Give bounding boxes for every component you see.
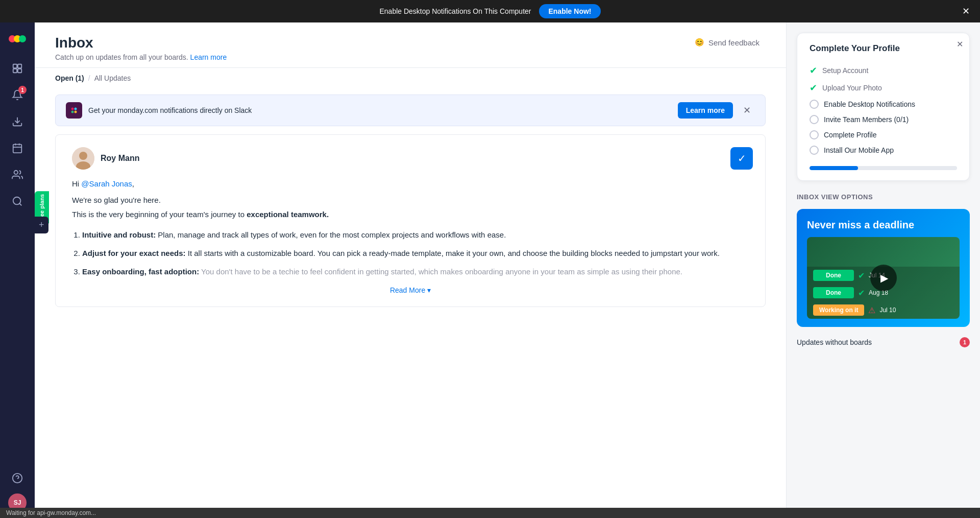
- learn-more-link[interactable]: Learn more: [190, 53, 227, 61]
- topbar-close-button[interactable]: ✕: [962, 6, 970, 17]
- profile-item-photo: ✔ Upload Your Photo: [810, 79, 957, 97]
- sidebar: 1: [0, 22, 35, 518]
- profile-item-mobile[interactable]: Install Our Mobile App: [810, 143, 957, 158]
- top-notification-bar: Enable Desktop Notifications On This Com…: [0, 0, 980, 22]
- slack-banner: Get your monday.com notifications direct…: [55, 95, 766, 126]
- svg-rect-3: [13, 64, 17, 68]
- svg-rect-5: [13, 69, 17, 73]
- all-updates-filter[interactable]: All Updates: [94, 74, 131, 82]
- list-item: Easy onboarding, fast adoption: You don'…: [82, 266, 749, 278]
- svg-line-14: [19, 203, 21, 205]
- updates-without-boards-text: Updates without boards: [797, 338, 872, 346]
- play-button[interactable]: ▶: [870, 265, 897, 291]
- sidebar-bottom: SJ: [6, 467, 29, 512]
- page-title: Inbox: [55, 35, 227, 51]
- status-done-tag: Done: [813, 287, 854, 298]
- message-line1: We're so glad you're here.: [72, 194, 749, 206]
- error-icon: ⚠: [868, 305, 875, 315]
- svg-rect-17: [66, 102, 82, 119]
- slack-close-button[interactable]: ✕: [739, 105, 755, 116]
- message-list: Intuitive and robust: Plan, manage and t…: [72, 229, 749, 278]
- bell-icon[interactable]: 1: [6, 84, 29, 106]
- open-filter[interactable]: Open (1): [55, 74, 84, 82]
- svg-rect-6: [18, 69, 21, 73]
- profile-item-label: Setup Account: [822, 66, 868, 75]
- svg-point-12: [14, 171, 18, 174]
- content-body: Get your monday.com notifications direct…: [35, 88, 786, 518]
- list-item: Adjust for your exact needs: It all star…: [82, 247, 749, 260]
- status-text: Waiting for api-gw.monday.com...: [6, 509, 96, 516]
- mention[interactable]: @Sarah Jonas: [81, 179, 132, 188]
- svg-point-21: [75, 111, 77, 113]
- message-greeting: Hi @Sarah Jonas,: [72, 178, 749, 190]
- home-icon[interactable]: [6, 57, 29, 80]
- calendar-icon[interactable]: [6, 137, 29, 159]
- profile-item-invite[interactable]: Invite Team Members (0/1): [810, 112, 957, 127]
- updates-badge: 1: [960, 337, 970, 347]
- slack-banner-text: Get your monday.com notifications direct…: [88, 106, 672, 114]
- date-label: Jul 10: [879, 307, 896, 314]
- read-more-link[interactable]: Read More ▾: [72, 286, 749, 294]
- slack-learn-more-button[interactable]: Learn more: [678, 102, 733, 119]
- add-tab[interactable]: +: [35, 217, 48, 233]
- content-header: Inbox Catch up on updates from all your …: [35, 22, 786, 68]
- video-card-header: Never miss a deadline Done ✔ Jul 14 Done…: [797, 209, 970, 327]
- feedback-label: Send feedback: [708, 38, 760, 47]
- inbox-view-options-label: Inbox View Options: [787, 189, 980, 205]
- author-name: Roy Mann: [101, 154, 139, 163]
- checkmark-button[interactable]: ✓: [730, 147, 753, 170]
- list-item-text-faded: You don't have to be a techie to feel co…: [199, 267, 682, 276]
- check-icon: ✔: [810, 65, 817, 76]
- send-feedback-button[interactable]: 😊 Send feedback: [689, 35, 766, 50]
- complete-profile-card: ✕ Complete Your Profile ✔ Setup Account …: [797, 33, 970, 181]
- circle-icon: [810, 100, 819, 109]
- check-icon: ✔: [858, 271, 865, 280]
- svg-point-23: [79, 152, 87, 160]
- profile-item-label: Install Our Mobile App: [824, 146, 894, 154]
- video-thumbnail: Done ✔ Jul 14 Done ✔ Aug 18 Working on i…: [807, 237, 960, 319]
- svg-point-2: [19, 35, 26, 42]
- notification-text: Enable Desktop Notifications On This Com…: [379, 7, 531, 15]
- svg-point-13: [13, 197, 21, 205]
- profile-item-label: Complete Profile: [824, 131, 877, 139]
- download-icon[interactable]: [6, 110, 29, 133]
- svg-rect-8: [13, 145, 22, 153]
- circle-icon: [810, 130, 819, 139]
- profile-item-label: Enable Desktop Notifications: [824, 100, 915, 108]
- enable-now-button[interactable]: Enable Now!: [539, 4, 600, 18]
- profile-item-label: Upload Your Photo: [822, 84, 882, 92]
- progress-bar-fill: [810, 166, 858, 170]
- app-logo[interactable]: [7, 29, 28, 49]
- help-icon[interactable]: [6, 467, 29, 489]
- profile-card-close-button[interactable]: ✕: [957, 39, 963, 49]
- profile-item-notifications[interactable]: Enable Desktop Notifications: [810, 97, 957, 112]
- list-item-title: Intuitive and robust:: [82, 230, 156, 239]
- status-working-tag: Working on it: [813, 304, 864, 316]
- list-item-text: Plan, manage and track all types of work…: [156, 230, 506, 239]
- message-body: Hi @Sarah Jonas, We're so glad you're he…: [72, 178, 749, 278]
- profile-item-setup: ✔ Setup Account: [810, 62, 957, 79]
- status-done-tag: Done: [813, 270, 854, 281]
- message-header: Roy Mann: [72, 147, 749, 170]
- filter-bar: Open (1) / All Updates: [35, 68, 786, 88]
- people-icon[interactable]: [6, 163, 29, 186]
- header-left: Inbox Catch up on updates from all your …: [55, 35, 227, 61]
- video-title: Never miss a deadline: [807, 219, 960, 231]
- circle-icon: [810, 115, 819, 124]
- video-card: Never miss a deadline Done ✔ Jul 14 Done…: [797, 209, 970, 327]
- status-bar: Waiting for api-gw.monday.com...: [0, 508, 980, 518]
- page-subtitle: Catch up on updates from all your boards…: [55, 53, 227, 61]
- list-item-title: Adjust for your exact needs:: [82, 249, 186, 257]
- profile-card-title: Complete Your Profile: [810, 43, 957, 54]
- video-row-3: Working on it ⚠ Jul 10: [807, 301, 960, 319]
- feedback-icon: 😊: [695, 38, 704, 47]
- search-icon[interactable]: [6, 190, 29, 213]
- message-card: Roy Mann Hi @Sarah Jonas, We're so glad …: [55, 134, 766, 307]
- check-icon: ✔: [858, 288, 865, 298]
- list-item-text: It all starts with a customizable board.…: [186, 249, 720, 257]
- svg-point-19: [75, 108, 77, 110]
- right-panel: ✕ Complete Your Profile ✔ Setup Account …: [786, 22, 980, 518]
- progress-bar-container: [810, 166, 957, 170]
- content-area: Inbox Catch up on updates from all your …: [35, 22, 786, 518]
- profile-item-complete[interactable]: Complete Profile: [810, 127, 957, 143]
